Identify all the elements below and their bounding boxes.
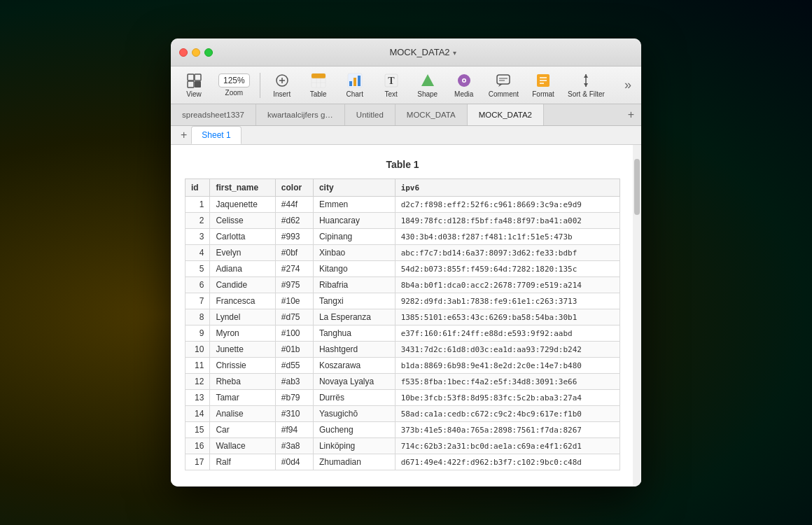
col-header-city: city: [313, 179, 395, 197]
comment-label: Comment: [489, 90, 519, 98]
sort-icon: [578, 72, 594, 89]
text-button[interactable]: T Text: [374, 69, 409, 101]
tab-kwartaalcijfers[interactable]: kwartaalcijfers g…: [256, 104, 345, 125]
svg-point-22: [463, 80, 465, 82]
sheetbar: + Sheet 1: [171, 126, 641, 145]
table-row[interactable]: 3Carlotta#993Cipinang430:3b4:d038:f287:f…: [186, 229, 620, 245]
table-row[interactable]: 12Rheba#ab3Novaya Lyalyaf535:8fba:1bec:f…: [186, 374, 620, 390]
title-text: MOCK_DATA2: [389, 47, 449, 57]
more-button[interactable]: »: [620, 75, 636, 95]
media-icon: [456, 72, 472, 89]
content-area: Table 1 id first_name color city ipv6 1J…: [171, 145, 641, 486]
svg-rect-8: [312, 74, 326, 78]
data-table: id first_name color city ipv6 1Jaquenett…: [185, 178, 620, 470]
col-header-id: id: [186, 179, 210, 197]
table-row[interactable]: 2Celisse#d62Huancaray1849:78fc:d128:f5bf…: [186, 213, 620, 229]
table-row[interactable]: 17Ralf#0d4Zhumadiand671:49e4:422f:d962:b…: [186, 454, 620, 470]
col-header-color: color: [275, 179, 313, 197]
app-window: MOCK_DATA2▾ View 125% Zoom Insert: [171, 38, 641, 486]
table-row[interactable]: 7Francesca#10eTangxi9282:d9fd:3ab1:7838:…: [186, 293, 620, 309]
svg-rect-3: [195, 81, 201, 88]
zoom-control[interactable]: 125% Zoom: [213, 71, 255, 99]
add-tab-button[interactable]: +: [621, 104, 641, 125]
table-row[interactable]: 1Jaquenette#44fEmmend2c7:f898:eff2:52f6:…: [186, 197, 620, 213]
minimize-button[interactable]: [192, 48, 200, 57]
format-button[interactable]: Format: [526, 69, 561, 101]
table-row[interactable]: 4Evelyn#0bfXinbaoabc:f7c7:bd14:6a37:8097…: [186, 245, 620, 261]
table-label: Table: [310, 90, 327, 98]
scrollbar[interactable]: [633, 145, 641, 486]
table-row[interactable]: 8Lyndel#d75La Esperanza1385:5101:e653:43…: [186, 309, 620, 326]
table-row[interactable]: 5Adiana#274Kitango54d2:b073:855f:f459:64…: [186, 261, 620, 277]
close-button[interactable]: [179, 48, 188, 57]
chart-label: Chart: [346, 90, 363, 98]
col-header-ipv6: ipv6: [395, 179, 620, 197]
maximize-button[interactable]: [204, 48, 213, 57]
window-title: MOCK_DATA2▾: [213, 47, 633, 57]
shape-button[interactable]: Shape: [410, 69, 445, 101]
table-row[interactable]: 14Analise#310Yasugichō58ad:ca1a:cedb:c67…: [186, 406, 620, 422]
table-title: Table 1: [185, 159, 620, 170]
table-row[interactable]: 16Wallace#3a8Linköping714c:62b3:2a31:bc0…: [186, 438, 620, 454]
svg-rect-1: [195, 74, 201, 80]
media-label: Media: [454, 90, 473, 98]
comment-button[interactable]: Comment: [483, 69, 524, 101]
table-row[interactable]: 11Chrissie#d55Koszarawab1da:8869:6b98:9e…: [186, 358, 620, 374]
svg-marker-32: [584, 74, 588, 78]
shape-label: Shape: [417, 90, 438, 98]
title-dropdown-icon[interactable]: ▾: [453, 49, 456, 57]
comment-icon: [495, 72, 512, 89]
format-label: Format: [532, 90, 554, 98]
separator-1: [260, 73, 260, 98]
text-label: Text: [385, 90, 398, 98]
table-row[interactable]: 6Candide#975Ribafria8b4a:b0f1:dca0:acc2:…: [186, 277, 620, 293]
table-row[interactable]: 10Junette#01bHashtgerd3431:7d2c:61d8:d03…: [186, 342, 620, 358]
svg-text:T: T: [388, 76, 395, 86]
zoom-value[interactable]: 125%: [218, 74, 250, 88]
svg-rect-23: [497, 75, 510, 84]
tab-spreadsheet1337[interactable]: spreadsheet1337: [171, 104, 256, 125]
traffic-lights: [179, 48, 213, 57]
table-row[interactable]: 9Myron#100Tanghuae37f:160:61f:24ff:e88d:…: [186, 326, 620, 342]
insert-icon: [274, 72, 290, 89]
toolbar: View 125% Zoom Insert: [171, 66, 641, 104]
view-button[interactable]: View: [176, 69, 211, 101]
svg-rect-14: [349, 81, 352, 86]
table-icon: [310, 72, 327, 89]
col-header-firstname: first_name: [210, 179, 275, 197]
sort-filter-button[interactable]: Sort & Filter: [562, 69, 610, 101]
table-row[interactable]: 15Car#f94Gucheng373b:41e5:840a:765a:2898…: [186, 422, 620, 438]
add-sheet-button[interactable]: +: [176, 126, 191, 144]
media-button[interactable]: Media: [447, 69, 482, 101]
table-row[interactable]: 13Tamar#b79Durrës10be:3fcb:53f8:8d95:83f…: [186, 390, 620, 406]
insert-button[interactable]: Insert: [265, 69, 300, 101]
insert-label: Insert: [273, 90, 290, 98]
table-header-row: id first_name color city ipv6: [186, 179, 620, 197]
chart-button[interactable]: Chart: [337, 69, 372, 101]
text-icon: T: [383, 72, 400, 89]
format-icon: [535, 72, 552, 89]
view-icon: [186, 72, 202, 89]
svg-rect-16: [358, 76, 360, 86]
svg-marker-33: [584, 83, 588, 87]
chart-icon: [346, 72, 363, 89]
tabbar: spreadsheet1337 kwartaalcijfers g… Untit…: [171, 104, 641, 126]
tab-mock-data[interactable]: MOCK_DATA: [396, 104, 468, 125]
sort-filter-label: Sort & Filter: [568, 90, 605, 98]
view-label: View: [186, 90, 202, 98]
table-button[interactable]: Table: [301, 69, 336, 101]
titlebar: MOCK_DATA2▾: [171, 38, 641, 66]
zoom-label: Zoom: [225, 89, 244, 97]
tab-mock-data2[interactable]: MOCK_DATA2: [468, 104, 544, 125]
tab-untitled[interactable]: Untitled: [345, 104, 396, 125]
svg-rect-0: [188, 74, 194, 80]
table-body: 1Jaquenette#44fEmmend2c7:f898:eff2:52f6:…: [186, 197, 620, 470]
table-container: Table 1 id first_name color city ipv6 1J…: [171, 145, 641, 484]
shape-icon: [419, 72, 436, 89]
scrollbar-thumb[interactable]: [634, 159, 640, 215]
svg-rect-15: [354, 78, 356, 86]
svg-rect-2: [188, 81, 194, 88]
svg-marker-19: [421, 74, 434, 86]
sheet-tab-1[interactable]: Sheet 1: [191, 126, 241, 144]
